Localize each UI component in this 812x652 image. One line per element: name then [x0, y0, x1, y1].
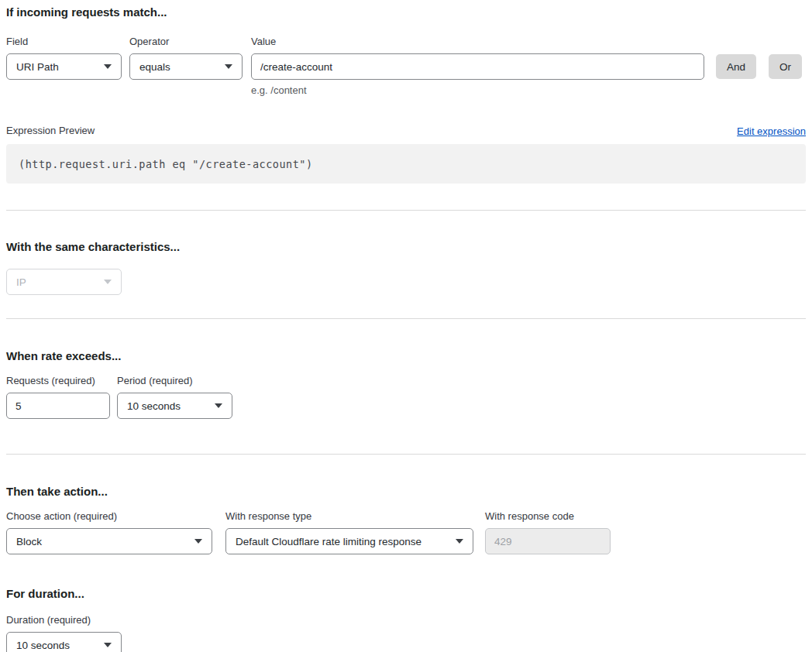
chevron-down-icon — [215, 403, 222, 408]
characteristic-select-value: IP — [16, 276, 26, 288]
requests-label: Requests (required) — [6, 375, 110, 387]
value-label: Value — [251, 36, 704, 48]
expression-text: (http.request.uri.path eq "/create-accou… — [19, 158, 313, 170]
period-select-value: 10 seconds — [127, 400, 181, 412]
duration-select-value: 10 seconds — [16, 640, 70, 651]
and-button[interactable]: And — [716, 54, 756, 79]
expression-preview-header: Expression Preview Edit expression — [6, 125, 806, 137]
chevron-down-icon — [104, 64, 112, 69]
response-type-select[interactable]: Default Cloudflare rate limiting respons… — [225, 528, 473, 554]
value-input[interactable] — [251, 53, 704, 80]
action-row: Choose action (required) Block With resp… — [6, 510, 806, 554]
response-type-select-value: Default Cloudflare rate limiting respons… — [236, 536, 421, 547]
section-title-match: If incoming requests match... — [6, 5, 806, 19]
field-select[interactable]: URI Path — [6, 53, 122, 80]
section-divider — [6, 454, 806, 455]
rate-row: Requests (required) Period (required) 10… — [6, 375, 806, 419]
duration-label: Duration (required) — [6, 614, 806, 626]
section-rate-exceeds: When rate exceeds... Requests (required)… — [6, 349, 806, 419]
section-title-action: Then take action... — [6, 485, 806, 499]
choose-action-select-value: Block — [16, 536, 42, 547]
response-code-label: With response code — [485, 510, 611, 523]
period-column: Period (required) 10 seconds — [117, 375, 232, 419]
logic-buttons: And Or — [716, 36, 802, 79]
section-title-rate: When rate exceeds... — [6, 349, 806, 363]
requests-input[interactable] — [6, 393, 110, 419]
chevron-down-icon — [194, 539, 202, 544]
field-column: Field URI Path — [6, 36, 122, 80]
section-title-characteristics: With the same characteristics... — [6, 240, 806, 254]
choose-action-column: Choose action (required) Block — [6, 510, 212, 554]
response-code-column: With response code — [485, 510, 611, 554]
expression-preview-label: Expression Preview — [6, 125, 95, 137]
chevron-down-icon — [456, 539, 463, 544]
chevron-down-icon — [104, 280, 112, 284]
value-column: Value e.g. /content — [251, 36, 704, 97]
edit-expression-link[interactable]: Edit expression — [737, 125, 806, 137]
or-button[interactable]: Or — [769, 54, 802, 79]
section-divider — [6, 318, 806, 319]
operator-label: Operator — [129, 36, 243, 48]
section-characteristics: With the same characteristics... IP — [6, 240, 806, 295]
section-for-duration: For duration... Duration (required) 10 s… — [6, 587, 806, 652]
chevron-down-icon — [225, 64, 232, 69]
field-select-value: URI Path — [16, 61, 59, 73]
response-code-input — [485, 528, 611, 554]
operator-column: Operator equals — [129, 36, 243, 80]
choose-action-select[interactable]: Block — [6, 528, 212, 554]
characteristic-select: IP — [6, 269, 122, 295]
period-label: Period (required) — [117, 375, 232, 387]
requests-column: Requests (required) — [6, 375, 110, 419]
response-type-column: With response type Default Cloudflare ra… — [225, 510, 473, 554]
section-title-duration: For duration... — [6, 587, 806, 601]
period-select[interactable]: 10 seconds — [117, 393, 232, 419]
operator-select-value: equals — [139, 61, 170, 73]
value-hint: e.g. /content — [251, 84, 704, 97]
section-divider — [6, 210, 806, 211]
duration-select[interactable]: 10 seconds — [6, 632, 122, 652]
expression-preview-code: (http.request.uri.path eq "/create-accou… — [6, 144, 806, 184]
chevron-down-icon — [104, 643, 112, 647]
field-label: Field — [6, 36, 122, 48]
section-incoming-requests-match: If incoming requests match... Field URI … — [6, 5, 806, 184]
expression-builder-row: Field URI Path Operator equals Value e.g… — [6, 36, 806, 97]
section-take-action: Then take action... Choose action (requi… — [6, 485, 806, 554]
choose-action-label: Choose action (required) — [6, 510, 212, 523]
rate-limiting-rule-form: If incoming requests match... Field URI … — [0, 0, 812, 652]
response-type-label: With response type — [225, 510, 473, 523]
operator-select[interactable]: equals — [129, 53, 243, 80]
